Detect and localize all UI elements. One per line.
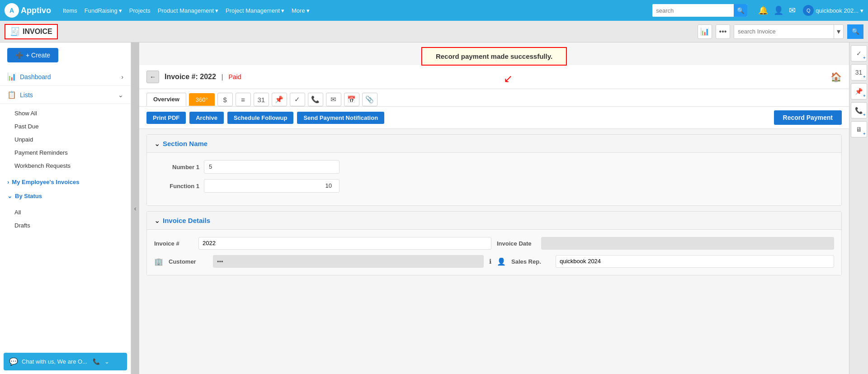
- notification-icon[interactable]: 🔔: [758, 5, 768, 15]
- tab-calendar[interactable]: 31: [254, 93, 269, 106]
- sidebar-item-show-all[interactable]: Show All: [0, 107, 131, 120]
- search-invoice-input[interactable]: [734, 25, 834, 38]
- right-pin-button[interactable]: 📌 +: [851, 83, 867, 99]
- search-invoice-button[interactable]: 🔍: [847, 24, 863, 39]
- right-screen-icon: 🖥: [856, 126, 862, 133]
- function1-label: Function 1: [154, 183, 199, 189]
- tab-list-label: ≡: [241, 96, 245, 104]
- more-options-icon[interactable]: •••: [716, 24, 730, 39]
- tab-schedule[interactable]: 📅: [344, 93, 359, 106]
- tab-dollar-label: $: [223, 96, 227, 104]
- phone-icon: 📞: [93, 358, 100, 365]
- invoice-number-field: Invoice # 2022: [154, 237, 491, 250]
- tab-phone[interactable]: 📞: [308, 93, 323, 106]
- create-icon: ➕: [15, 52, 23, 59]
- global-search: 🔍: [652, 4, 747, 17]
- right-todo-icon: ✓: [856, 50, 862, 57]
- record-payment-button[interactable]: Record Payment: [774, 110, 842, 125]
- contacts-icon[interactable]: 👤: [774, 5, 783, 15]
- schedule-followup-button[interactable]: Schedule Followup: [227, 112, 293, 124]
- customer-more-icon[interactable]: •••: [217, 258, 223, 265]
- user-chevron: ▾: [860, 7, 863, 14]
- invoice-details-header[interactable]: ⌄ Invoice Details: [147, 212, 841, 230]
- send-payment-notification-button[interactable]: Send Payment Notification: [297, 112, 384, 124]
- right-todo-button[interactable]: ✓ +: [851, 45, 867, 62]
- nav-more-label: More: [292, 7, 305, 14]
- nav-projects[interactable]: Projects: [129, 7, 151, 14]
- right-pin-plus: +: [863, 94, 865, 98]
- success-notification: Record payment made successfully.: [421, 47, 567, 66]
- invoice-label: 🧾 INVOICE: [5, 24, 58, 39]
- chat-icon: 💬: [9, 357, 18, 366]
- invoice-header: ← Invoice #: 2022 | Paid 🏠: [139, 65, 849, 89]
- nav-product-chevron: ▾: [215, 7, 218, 14]
- tab-list[interactable]: ≡: [236, 93, 251, 106]
- invoice-label-text: INVOICE: [23, 28, 52, 36]
- nav-more[interactable]: More ▾: [292, 7, 310, 14]
- chat-bar[interactable]: 💬 Chat with us, We are O... 📞 ⌄: [4, 353, 127, 370]
- print-pdf-button[interactable]: Print PDF: [146, 112, 186, 124]
- top-nav: A Apptivo Items FundRaising ▾ Projects P…: [0, 0, 868, 21]
- tab-attachment[interactable]: 📎: [362, 93, 377, 106]
- right-calendar-button[interactable]: 31 +: [851, 64, 867, 80]
- sidebar-list-section: Show All Past Due Unpaid Payment Reminde…: [0, 104, 131, 175]
- sidebar-item-past-due[interactable]: Past Due: [0, 120, 131, 133]
- back-button[interactable]: ←: [146, 71, 159, 83]
- right-pin-icon: 📌: [855, 88, 863, 95]
- invoice-separator: |: [222, 73, 223, 80]
- invoice-details-body: Invoice # 2022 Invoice Date 🏢 Customer •…: [147, 230, 841, 275]
- right-screen-button[interactable]: 🖥 +: [851, 121, 867, 137]
- invoice-number-label: Invoice #: [154, 240, 195, 247]
- sidebar-item-lists[interactable]: 📋 Lists ⌄: [0, 86, 131, 104]
- tab-dollar[interactable]: $: [217, 93, 233, 106]
- sidebar-group-my-invoices[interactable]: › My Employee's Invoices: [0, 175, 131, 189]
- sidebar-item-drafts[interactable]: Drafts: [0, 219, 131, 232]
- logo: A Apptivo: [5, 3, 51, 18]
- tab-check[interactable]: ✓: [290, 93, 305, 106]
- tab-email[interactable]: ✉: [326, 93, 341, 106]
- customer-field: 🏢 Customer ••• ℹ: [154, 255, 491, 268]
- global-search-input[interactable]: [652, 4, 734, 17]
- invoice-date-field: Invoice Date: [497, 237, 834, 250]
- tab-360[interactable]: 360°: [189, 93, 215, 106]
- sidebar-item-workbench[interactable]: Workbench Requests: [0, 159, 131, 172]
- nav-project-chevron: ▾: [281, 7, 284, 14]
- nav-product-mgmt[interactable]: Product Management ▾: [158, 7, 218, 14]
- create-button[interactable]: ➕ + Create: [7, 48, 58, 62]
- sidebar-item-payment-reminders[interactable]: Payment Reminders: [0, 146, 131, 159]
- nav-project-mgmt[interactable]: Project Management ▾: [226, 7, 284, 14]
- create-label: + Create: [26, 52, 50, 59]
- tabs-bar: Overview 360° $ ≡ 31 📌 ✓ 📞: [139, 89, 849, 107]
- nav-items[interactable]: Items: [63, 7, 77, 14]
- tab-overview[interactable]: Overview: [146, 93, 186, 106]
- right-phone-button[interactable]: 📞 +: [851, 102, 867, 118]
- tab-pin-label: 📌: [275, 95, 283, 104]
- archive-label: Archive: [196, 114, 217, 121]
- logo-icon: A: [5, 3, 19, 18]
- global-search-button[interactable]: 🔍: [734, 4, 747, 17]
- messages-icon[interactable]: ✉: [789, 5, 796, 15]
- chart-icon[interactable]: 📊: [698, 24, 712, 39]
- tab-pin[interactable]: 📌: [272, 93, 287, 106]
- sidebar-item-dashboard[interactable]: 📊 Dashboard ›: [0, 68, 131, 86]
- customer-icon: 🏢: [154, 257, 163, 266]
- home-icon[interactable]: 🏠: [830, 71, 842, 82]
- invoice-details-collapse-icon: ⌄: [154, 216, 160, 225]
- sidebar-group-by-status[interactable]: ⌄ By Status: [0, 189, 131, 203]
- search-invoice-dropdown[interactable]: ▾: [834, 25, 843, 38]
- archive-button[interactable]: Archive: [189, 112, 224, 124]
- section-name-header[interactable]: ⌄ Section Name: [147, 135, 841, 153]
- sidebar-item-all[interactable]: All: [0, 206, 131, 219]
- content-area: Record payment made successfully. ↙ ← In…: [139, 43, 849, 374]
- right-calendar-plus: +: [863, 75, 865, 79]
- tab-check-label: ✓: [294, 95, 300, 104]
- sidebar-collapse-button[interactable]: ‹: [131, 43, 139, 374]
- section-name-title: Section Name: [163, 140, 208, 147]
- dashboard-chevron: ›: [121, 73, 123, 80]
- number1-value: 5: [204, 160, 340, 174]
- sidebar-item-unpaid[interactable]: Unpaid: [0, 133, 131, 146]
- user-menu[interactable]: Q quickbook 202... ▾: [803, 5, 863, 16]
- user-avatar: Q: [803, 5, 814, 16]
- paid-badge: Paid: [228, 73, 241, 80]
- nav-fundraising[interactable]: FundRaising ▾: [85, 7, 122, 14]
